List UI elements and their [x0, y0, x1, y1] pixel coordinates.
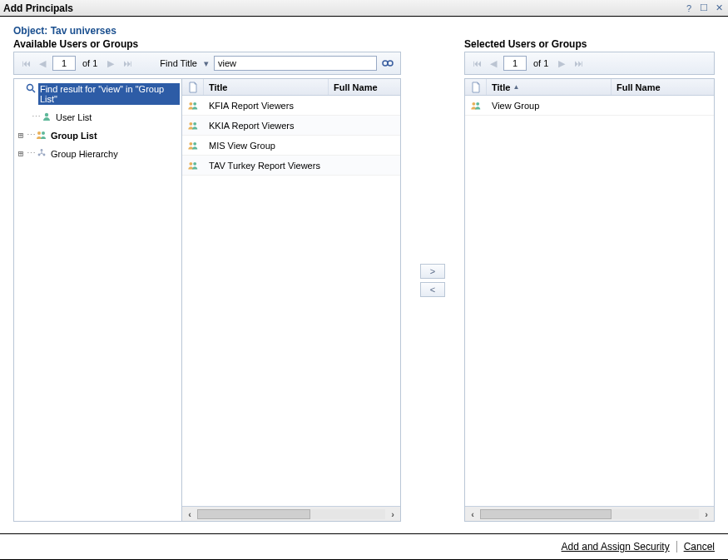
group-icon	[465, 100, 487, 112]
tree-toggle[interactable]	[16, 83, 26, 94]
svg-point-1	[388, 61, 393, 66]
tree-group-hierarchy[interactable]: Group Hierarchy	[49, 148, 120, 160]
group-icon	[182, 160, 204, 171]
last-page-button[interactable]: ⏭	[572, 57, 585, 70]
table-row[interactable]: KKIA Report Viewers	[182, 116, 400, 136]
table-row[interactable]: MIS View Group	[182, 136, 400, 156]
page-of-text: of 1	[533, 58, 548, 68]
scroll-left-icon[interactable]: ‹	[465, 509, 480, 519]
svg-point-17	[189, 161, 192, 165]
svg-point-16	[193, 141, 196, 145]
tree-connector: ⋯	[31, 112, 41, 122]
available-columns: Title Full Name	[182, 79, 400, 96]
tree-expand-icon[interactable]: ⊞	[16, 148, 26, 159]
column-icon[interactable]	[465, 79, 487, 95]
page-input[interactable]	[503, 56, 527, 71]
maximize-button[interactable]: ☐	[698, 2, 710, 14]
row-title: TAV Turkey Report Viewers	[204, 161, 329, 171]
table-row[interactable]: View Group	[465, 96, 714, 116]
available-hscroll[interactable]: ‹ ›	[182, 506, 400, 521]
column-title[interactable]: Title	[204, 79, 329, 95]
svg-point-15	[189, 141, 192, 145]
first-page-button[interactable]: ⏮	[470, 57, 483, 70]
selected-toolbar: ⏮ ◀ of 1 ▶ ⏭	[464, 52, 715, 75]
svg-point-13	[189, 121, 192, 125]
first-page-button[interactable]: ⏮	[19, 57, 32, 70]
hierarchy-icon	[36, 148, 47, 158]
row-title: MIS View Group	[204, 141, 329, 151]
svg-point-8	[41, 149, 43, 151]
dialog-title: Add Principals	[3, 2, 73, 14]
move-left-button[interactable]: <	[420, 282, 445, 297]
tree-user-list[interactable]: User List	[54, 112, 93, 123]
available-toolbar: ⏮ ◀ of 1 ▶ ⏭ Find Title ▾	[13, 52, 401, 75]
svg-point-14	[193, 121, 196, 125]
table-row[interactable]: TAV Turkey Report Viewers	[182, 156, 400, 176]
row-title: KKIA Report Viewers	[204, 121, 329, 131]
tree-expand-icon[interactable]: ⊞	[16, 130, 26, 141]
tree-connector: ⋯	[26, 148, 36, 159]
search-input[interactable]	[214, 56, 377, 71]
column-full-name[interactable]: Full Name	[329, 79, 400, 95]
svg-point-20	[476, 102, 479, 105]
find-label: Find Title	[160, 58, 197, 68]
svg-point-7	[42, 131, 45, 135]
move-right-button[interactable]: >	[420, 264, 445, 279]
search-result-icon	[26, 83, 37, 93]
cancel-button[interactable]: Cancel	[676, 541, 715, 553]
prev-page-button[interactable]: ◀	[487, 57, 500, 70]
tree-connector: ⋯	[26, 130, 36, 141]
close-button[interactable]: ✕	[713, 2, 725, 14]
column-title[interactable]: Title▲	[487, 79, 612, 95]
group-icon	[182, 140, 204, 151]
group-icon	[182, 100, 204, 112]
next-page-button[interactable]: ▶	[104, 57, 117, 70]
svg-point-0	[383, 61, 388, 66]
user-icon	[41, 112, 52, 121]
selected-header: Selected Users or Groups	[464, 38, 715, 50]
tree-group-list[interactable]: Group List	[49, 130, 99, 141]
svg-point-6	[37, 131, 41, 135]
available-panel: Available Users or Groups ⏮ ◀ of 1 ▶ ⏭ F…	[13, 38, 401, 522]
scroll-right-icon[interactable]: ›	[699, 509, 714, 519]
selected-hscroll[interactable]: ‹ ›	[465, 506, 714, 521]
last-page-button[interactable]: ⏭	[121, 57, 134, 70]
dialog-window: Add Principals ? ☐ ✕ Object: Tav univers…	[0, 0, 728, 560]
column-icon[interactable]	[182, 79, 204, 95]
column-full-name[interactable]: Full Name	[612, 79, 714, 95]
available-header: Available Users or Groups	[13, 38, 401, 50]
row-title: KFIA Report Viewers	[204, 101, 329, 111]
prev-page-button[interactable]: ◀	[36, 57, 49, 70]
group-icon	[36, 130, 47, 140]
next-page-button[interactable]: ▶	[555, 57, 568, 70]
search-icon[interactable]	[380, 56, 395, 71]
selected-columns: Title▲ Full Name	[465, 79, 714, 96]
scroll-right-icon[interactable]: ›	[385, 509, 400, 519]
tree-label[interactable]: Find result for "view" in "Group List"	[38, 83, 180, 105]
object-heading: Object: Tav universes	[13, 25, 715, 37]
footer: Add and Assign Security Cancel	[0, 533, 728, 559]
svg-line-4	[32, 90, 35, 92]
page-input[interactable]	[52, 56, 76, 71]
svg-point-5	[45, 113, 48, 116]
row-title: View Group	[487, 101, 612, 111]
scroll-left-icon[interactable]: ‹	[182, 509, 197, 519]
add-assign-button[interactable]: Add and Assign Security	[562, 541, 670, 553]
svg-point-19	[472, 102, 475, 105]
sort-asc-icon: ▲	[513, 83, 519, 91]
table-row[interactable]: KFIA Report Viewers	[182, 96, 400, 116]
page-of-text: of 1	[82, 58, 97, 68]
group-icon	[182, 120, 204, 131]
selected-list: Title▲ Full Name View Group ‹ ›	[465, 79, 714, 521]
selected-panel: Selected Users or Groups ⏮ ◀ of 1 ▶ ⏭	[464, 38, 715, 522]
tree-pane: Find result for "view" in "Group List" ⋯…	[14, 79, 182, 521]
tree-find-result[interactable]: Find result for "view" in "Group List"	[16, 82, 180, 106]
svg-point-3	[27, 85, 33, 91]
move-buttons: > <	[418, 38, 448, 522]
find-dropdown-icon[interactable]: ▾	[202, 58, 210, 69]
available-list: Title Full Name KFIA Report ViewersKKIA …	[182, 79, 400, 521]
svg-point-11	[189, 102, 192, 105]
svg-point-18	[193, 161, 196, 165]
svg-point-12	[193, 102, 196, 105]
help-button[interactable]: ?	[683, 2, 695, 14]
